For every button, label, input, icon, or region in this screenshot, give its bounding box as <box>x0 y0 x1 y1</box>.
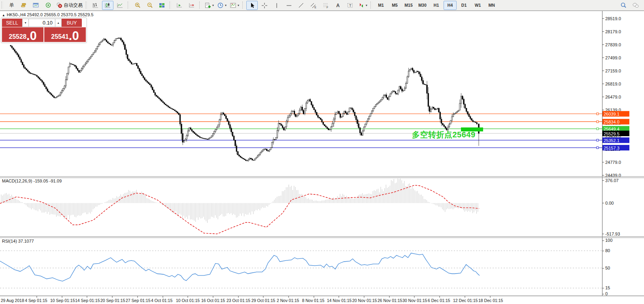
time-axis-label: 20 Sep 01:15 <box>100 298 125 303</box>
time-axis-label: 29 Oct 01:15 <box>251 298 275 303</box>
candles-chart-icon <box>104 2 111 9</box>
search-icon <box>620 2 627 9</box>
line-chart-button[interactable] <box>114 1 126 10</box>
autotrade-label: 自动交易 <box>64 2 83 9</box>
svg-text:F: F <box>327 6 328 8</box>
vertical-line-button[interactable] <box>271 1 282 10</box>
price-level-badge-text: 25352.1 <box>604 138 619 143</box>
annotation-text[interactable]: 多空转折点25649 <box>412 129 476 140</box>
sell-price-main: 25528 <box>9 34 26 40</box>
svg-text:E: E <box>314 6 316 8</box>
crosshair-button[interactable] <box>259 1 270 10</box>
text-label-icon: T <box>347 2 354 9</box>
rsi-axis-label: 50 <box>605 266 610 270</box>
new-order-button[interactable]: 单 <box>6 1 17 10</box>
one-click-trading-panel: SELL ▼ 0.10 ▲ BUY 25528.0 25541.0 <box>1 17 87 43</box>
auto-scroll-icon <box>176 2 183 9</box>
gold-bars-icon <box>20 2 27 9</box>
time-axis-label: 4 Sep 01:15 <box>25 298 47 303</box>
timeframe-d1-button[interactable]: D1 <box>457 1 470 10</box>
candles-chart-button[interactable] <box>102 1 113 10</box>
template-button[interactable]: ▾ <box>229 1 240 10</box>
time-axis-label: 29 Aug 2018 <box>1 298 24 303</box>
timeframe-m30-button[interactable]: M30 <box>416 1 429 10</box>
price-axis-tick-label: 27499.0 <box>605 55 621 60</box>
level-handle[interactable] <box>597 128 599 130</box>
timeframe-m15-button[interactable]: M15 <box>402 1 415 10</box>
period-selector-button[interactable]: ▾ <box>216 1 228 10</box>
tile-windows-button[interactable] <box>156 1 168 10</box>
time-axis-label: 4 Oct 01:15 <box>151 298 172 303</box>
timeframe-w1-button[interactable]: W1 <box>471 1 484 10</box>
collapse-arrow-icon[interactable]: ▲ <box>2 13 5 17</box>
chat-icon <box>632 2 639 9</box>
time-axis-label: 26 Nov 01:15 <box>378 298 402 303</box>
price-axis-tick-label: 28179.0 <box>605 29 621 34</box>
timeframe-mn-button[interactable]: MN <box>485 1 498 10</box>
auto-scroll-button[interactable] <box>174 1 185 10</box>
time-axis-label: 2 Nov 01:15 <box>277 298 299 303</box>
price-axis-tick-label: 26479.0 <box>605 95 621 99</box>
zoom-out-icon <box>146 2 153 9</box>
buy-price-pips: .0 <box>69 31 79 41</box>
time-axis-label: 14 Sep 01:15 <box>75 298 100 303</box>
chat-button[interactable] <box>630 1 641 10</box>
cursor-icon <box>249 2 256 9</box>
equidistant-channel-button[interactable]: E <box>308 1 319 10</box>
autotrade-button[interactable]: 自动交易 <box>55 1 84 10</box>
new-chart-button[interactable]: ▾ <box>203 1 215 10</box>
template-icon <box>230 2 237 9</box>
svg-text:A: A <box>336 3 340 8</box>
chart-shift-button[interactable] <box>186 1 197 10</box>
tile-windows-icon <box>159 2 166 9</box>
fibonacci-icon: F <box>322 2 329 9</box>
trend-line-button[interactable] <box>295 1 307 10</box>
chart-shift-icon <box>188 2 195 9</box>
horizontal-line-button[interactable] <box>283 1 295 10</box>
level-handle[interactable] <box>597 147 599 149</box>
svg-text:T: T <box>349 3 351 7</box>
timeframe-m5-button[interactable]: M5 <box>388 1 401 10</box>
timeframe-m1-button[interactable]: M1 <box>374 1 387 10</box>
text-label-button[interactable]: T <box>344 1 356 10</box>
level-handle[interactable] <box>597 113 599 115</box>
sell-button[interactable]: SELL <box>2 19 22 27</box>
buy-price-button[interactable]: 25541.0 <box>44 27 86 42</box>
sell-price-button[interactable]: 25528.0 <box>2 27 43 42</box>
time-axis-label: 14 Nov 01:15 <box>327 298 352 303</box>
chevron-down-icon: ▾ <box>225 4 227 7</box>
sell-price-pips: .0 <box>26 31 37 41</box>
bars-chart-button[interactable] <box>90 1 101 10</box>
time-axis-label: 23 Oct 01:15 <box>227 298 250 303</box>
fibonacci-button[interactable]: F <box>320 1 331 10</box>
macd-indicator-label: MACD(12,26,9) -159.05 -91.09 <box>2 179 62 183</box>
level-handle[interactable] <box>597 139 599 141</box>
time-axis-label: 18 Dec 01:15 <box>478 298 503 303</box>
vertical-line-icon <box>273 2 280 9</box>
autotrade-icon <box>56 2 63 9</box>
time-axis-label: 27 Sep 01:15 <box>126 298 151 303</box>
buy-button[interactable]: BUY <box>62 19 82 27</box>
time-axis-label: 20 Nov 01:15 <box>352 298 377 303</box>
gold-bars-button[interactable] <box>18 1 29 10</box>
volume-decrease-button[interactable]: ▼ <box>22 19 29 27</box>
volume-increase-button[interactable]: ▲ <box>55 19 62 27</box>
rsi-axis-label: 100 <box>605 238 612 243</box>
timeframe-h1-button[interactable]: H1 <box>430 1 443 10</box>
chevron-down-icon: ▾ <box>238 4 239 7</box>
rsi-axis-label: 80 <box>605 248 610 253</box>
timeframe-h4-button[interactable]: H4 <box>444 1 457 10</box>
cursor-button[interactable] <box>246 1 258 10</box>
volume-input[interactable]: 0.10 <box>29 19 55 27</box>
rsi-axis-label: 0 <box>605 291 608 296</box>
text-button[interactable]: A <box>332 1 344 10</box>
zoom-out-button[interactable] <box>144 1 155 10</box>
chart-canvas[interactable]: 28519.028179.027839.027499.027159.026819… <box>0 0 644 304</box>
search-button[interactable] <box>618 1 629 10</box>
chart-window-button[interactable] <box>30 1 42 10</box>
level-handle[interactable] <box>597 121 599 123</box>
zoom-in-button[interactable] <box>132 1 143 10</box>
signal-button[interactable] <box>42 1 54 10</box>
arrows-button[interactable]: ▾ <box>357 1 368 10</box>
price-axis-tick-label: 26819.0 <box>605 82 621 86</box>
